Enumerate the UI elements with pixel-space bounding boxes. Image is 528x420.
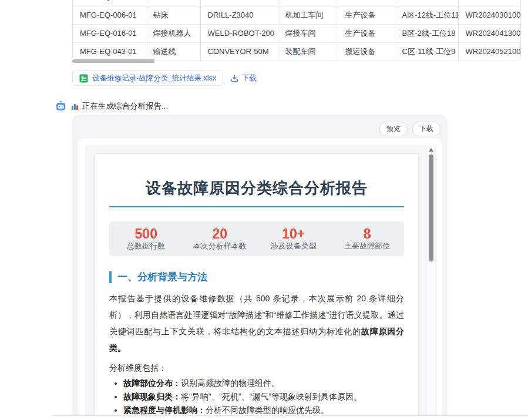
equipment-table[interactable]: MFG-EQ-014-01冲压机PRESS-2501冲压车间生产设备D区-4线-… [72, 0, 521, 61]
dimension-bullet: 故障部位分布：识别高频故障的物理组件。 [123, 377, 404, 389]
document-viewer: 设备故障原因分类综合分析报告 500总数据行数20本次分析样本数10+涉及设备类… [78, 138, 442, 415]
scrollbar-thumb[interactable] [429, 154, 433, 261]
attachment-filename: 设备维修记录-故障分类_统计结果.xlsx [92, 73, 216, 83]
table-cell: MFG-EQ-014-01 [73, 0, 146, 6]
attachment-row: 设备维修记录-故障分类_统计结果.xlsx 下载 [72, 70, 257, 86]
stat-value: 8 [331, 227, 405, 240]
table-cell: B区-2线-工位18 [395, 24, 458, 42]
dimensions-list: 故障部位分布：识别高频故障的物理组件。故障现象归类：将“异响”、“死机”、“漏气… [109, 377, 404, 415]
table-cell: A区-12线-工位11 [395, 6, 458, 24]
table-cell: 焊接车间 [278, 24, 338, 42]
report-page: 设备故障原因分类综合分析报告 500总数据行数20本次分析样本数10+涉及设备类… [95, 154, 418, 415]
table-cell: 生产设备 [338, 24, 395, 42]
table-row: MFG-EQ-016-01焊接机器人WELD-ROBOT-200焊接车间生产设备… [73, 24, 521, 42]
title-divider [109, 206, 404, 207]
table-cell: WR20240413000 [458, 24, 521, 42]
status-message: 正在生成综合分析报告... [82, 101, 168, 112]
table-cell: MFG-EQ-043-01 [73, 42, 146, 61]
table-row: MFG-EQ-043-01输送线CONVEYOR-50M装配车间搬运设备C区-1… [73, 42, 521, 61]
stat-label: 主要故障部位 [331, 242, 405, 250]
download-link-label: 下载 [241, 73, 257, 83]
table-cell: 焊接机器人 [146, 24, 200, 42]
table-cell: WR20240518000 [458, 0, 521, 6]
paragraph-normal-text: 本报告基于提供的设备维修数据（共 500 条记录，本次展示前 20 条详细分析）… [109, 294, 404, 336]
table-cell: C区-11线-工位9 [395, 42, 458, 61]
document-vertical-scrollbar[interactable] [427, 145, 435, 415]
table-horizontal-scrollbar[interactable] [72, 59, 154, 63]
spreadsheet-icon [79, 74, 88, 83]
table-cell: PRESS-2501 [200, 0, 278, 6]
section-1-paragraph: 本报告基于提供的设备维修数据（共 500 条记录，本次展示前 20 条详细分析）… [109, 290, 404, 356]
status-row: 正在生成综合分析报告... [71, 101, 168, 112]
table-cell: 装配车间 [278, 42, 338, 61]
table-cell: WR20240521000 [458, 42, 521, 61]
dimensions-intro: 分析维度包括： [109, 362, 404, 374]
stat-value: 20 [183, 227, 257, 240]
stat-value: 10+ [257, 227, 331, 240]
panel-actions: 预览 下载 [379, 122, 440, 136]
stat-item: 20本次分析样本数 [183, 227, 257, 250]
stat-value: 500 [109, 227, 183, 240]
table-cell: CONVEYOR-50M [200, 42, 278, 61]
table-cell: WR20240301000 [458, 6, 521, 24]
attachment-file-chip[interactable]: 设备维修记录-故障分类_统计结果.xlsx [72, 70, 223, 86]
robot-avatar [55, 100, 66, 112]
bottom-input-divider [0, 415, 528, 420]
preview-button[interactable]: 预览 [379, 122, 408, 136]
report-stats-bar: 500总数据行数20本次分析样本数10+涉及设备类型8主要故障部位 [109, 221, 404, 256]
table-cell: 机加工车间 [278, 6, 338, 24]
report-title: 设备故障原因分类综合分析报告 [109, 177, 404, 199]
table-cell: 冲压机 [146, 0, 200, 6]
section-1-heading: 一、分析背景与方法 [109, 271, 404, 283]
table-row: MFG-EQ-006-01钻床DRILL-Z3040机加工车间生产设备A区-12… [73, 6, 521, 24]
stat-label: 本次分析样本数 [183, 242, 257, 250]
stat-item: 500总数据行数 [109, 227, 183, 250]
table-cell: 冲压车间 [278, 0, 338, 6]
report-preview-panel: 预览 下载 设备故障原因分类综合分析报告 500总数据行数20本次分析样本数10… [72, 115, 448, 415]
document-scroll-area[interactable]: 设备故障原因分类综合分析报告 500总数据行数20本次分析样本数10+涉及设备类… [85, 145, 437, 415]
table-cell: 生产设备 [338, 6, 395, 24]
attachment-download-link[interactable]: 下载 [231, 73, 257, 83]
stat-item: 10+涉及设备类型 [257, 227, 331, 250]
table-cell: DRILL-Z3040 [200, 6, 278, 24]
stat-label: 涉及设备类型 [257, 242, 331, 250]
table-cell: D区-4线-工位7 [395, 0, 458, 6]
bar-chart-icon [71, 103, 79, 110]
dimension-bullet: 紧急程度与停机影响：分析不同故障类型的响应优先级。 [123, 404, 404, 415]
table-cell: MFG-EQ-016-01 [73, 24, 146, 42]
table-cell: 生产设备 [338, 0, 395, 6]
table-row: MFG-EQ-014-01冲压机PRESS-2501冲压车间生产设备D区-4线-… [73, 0, 521, 6]
table-cell: 钻床 [146, 6, 200, 24]
dimension-bullet: 故障现象归类：将“异响”、“死机”、“漏气”等现象映射到具体原因。 [123, 391, 404, 403]
stat-label: 总数据行数 [109, 242, 183, 250]
table-cell: 输送线 [146, 42, 200, 61]
table-cell: MFG-EQ-006-01 [73, 6, 146, 24]
scrollbar-up-arrow-icon[interactable] [429, 148, 433, 152]
equipment-table-body: MFG-EQ-014-01冲压机PRESS-2501冲压车间生产设备D区-4线-… [73, 0, 521, 61]
table-cell: 搬运设备 [338, 42, 395, 61]
download-button[interactable]: 下载 [412, 122, 440, 136]
stat-item: 8主要故障部位 [331, 227, 405, 250]
download-icon [231, 75, 238, 82]
table-cell: WELD-ROBOT-200 [200, 24, 278, 42]
